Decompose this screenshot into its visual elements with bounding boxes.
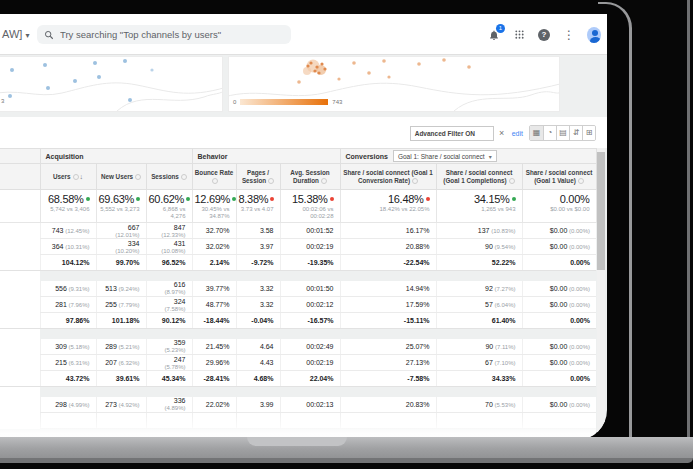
view-toggle-group: ▦ ◔ ▤ ⇵ ⊞: [529, 125, 596, 141]
table-cell: 4.43: [236, 355, 280, 371]
table-cell: 255 (7.79%): [96, 297, 146, 313]
table-cell: 2.14%: [192, 255, 236, 271]
table-body: 743 (12.45%)667 (12.01%)847 (12.33%)32.7…: [0, 223, 596, 429]
help-icon[interactable]: [73, 174, 79, 180]
table-cell: $0.00 (0.00%): [522, 281, 596, 297]
laptop-base-lip: [0, 458, 693, 463]
help-icon[interactable]: [135, 174, 141, 180]
summary-cell: 68.58%5,742 vs 3,406: [40, 190, 96, 223]
help-icon[interactable]: [578, 178, 584, 184]
table-cell: 90.12%: [146, 313, 192, 329]
column-header[interactable]: Bounce Rate: [192, 164, 236, 190]
table-cell: 281 (7.96%): [40, 297, 96, 313]
summary-cell: 8.38%3.73 vs 4.07: [236, 190, 280, 223]
help-icon[interactable]: [321, 178, 327, 184]
help-icon[interactable]: [181, 174, 187, 180]
pivot-view-button[interactable]: ⊞: [582, 126, 595, 140]
filter-bar: Advanced Filter ON × edit ▦ ◔ ▤ ⇵ ⊞: [0, 117, 607, 148]
table-cell: $0.00 (0.00%): [522, 239, 596, 255]
account-selector[interactable]: AW]▾: [2, 28, 29, 40]
legend-max: 743: [332, 99, 342, 105]
table-cell: 32.70%: [192, 223, 236, 239]
dimension-header: [0, 164, 40, 190]
map-legend: 0 743: [233, 99, 342, 105]
column-header[interactable]: Sessions: [146, 164, 192, 190]
data-row: 281 (7.96%)255 (7.79%)324 (7.58%)48.77%3…: [0, 297, 596, 313]
help-icon[interactable]: ?: [537, 28, 551, 42]
table-cell: 00:02:19: [280, 355, 340, 371]
table-cell: 513 (9.24%): [96, 281, 146, 297]
dimension-cell: [0, 329, 40, 339]
column-header[interactable]: Users↓: [40, 164, 96, 190]
summary-dimension-cell: [0, 190, 40, 223]
data-row: 309 (5.18%)289 (5.21%)359 (5.23%)21.45%4…: [0, 339, 596, 355]
goal-selector-dropdown[interactable]: Goal 1: Share / social connect ▾: [393, 150, 497, 162]
search-icon: [44, 30, 54, 40]
table-cell: 90 (7.11%): [436, 339, 522, 355]
comparison-view-button[interactable]: ⇵: [569, 126, 582, 140]
positive-dot-icon: [512, 197, 516, 201]
dimension-cell: [0, 281, 40, 297]
table-cell: 137 (10.83%): [436, 223, 522, 239]
account-label: AW]: [2, 28, 22, 40]
edit-filter-link[interactable]: edit: [512, 130, 523, 137]
scrollbar-thumb[interactable]: [597, 152, 605, 270]
table-cell: 334 (10.20%): [96, 239, 146, 255]
dimension-cell: [0, 387, 40, 397]
table-view-button[interactable]: ▦: [530, 126, 543, 140]
frame-edge-line: [687, 0, 690, 452]
column-header[interactable]: Avg. Session Duration: [280, 164, 340, 190]
table-cell: 743 (12.45%): [40, 223, 96, 239]
table-cell: [436, 413, 522, 429]
column-header[interactable]: Share / social connect (Goal 1 Completio…: [436, 164, 522, 190]
more-icon[interactable]: ⋮: [562, 28, 576, 42]
table-cell: 00:01:50: [280, 281, 340, 297]
group-conversions: Conversions Goal 1: Share / social conne…: [340, 149, 596, 164]
laptop-base-notch: [247, 437, 347, 446]
table-cell: 27.13%: [340, 355, 436, 371]
summary-cell: 12.69%30.45% vs 34.87%: [192, 190, 236, 223]
table-cell: 52.22%: [436, 255, 522, 271]
change-row: 104.12%99.70%96.52%2.14%-9.72%-19.35%-22…: [0, 255, 596, 271]
help-icon[interactable]: [212, 178, 218, 184]
bell-icon[interactable]: 1: [487, 28, 501, 42]
table-cell: 101.18%: [96, 313, 146, 329]
summary-cell: 69.63%5,552 vs 3,273: [96, 190, 146, 223]
table-cell: 45.34%: [146, 371, 192, 387]
performance-view-button[interactable]: ▤: [556, 126, 569, 140]
table-cell: 99.70%: [96, 255, 146, 271]
table-cell: 289 (5.21%): [96, 339, 146, 355]
sort-desc-icon[interactable]: ↓: [80, 173, 84, 180]
summary-row: 68.58%5,742 vs 3,40669.63%5,552 vs 3,273…: [0, 190, 596, 223]
search-bar[interactable]: [37, 25, 291, 44]
dimension-cell: [0, 313, 40, 329]
table-cell: 48.77%: [192, 297, 236, 313]
negative-dot-icon: [426, 197, 430, 201]
search-input[interactable]: [60, 29, 284, 40]
percentage-view-button[interactable]: ◔: [543, 126, 556, 140]
spacer-cell: [40, 271, 596, 281]
vertical-scrollbar[interactable]: [597, 148, 605, 440]
help-icon[interactable]: [509, 178, 515, 184]
chevron-down-icon: ▾: [25, 31, 29, 40]
apps-grid-icon[interactable]: [512, 28, 526, 42]
advanced-filter-chip[interactable]: Advanced Filter ON: [410, 126, 494, 141]
table-cell: -15.11%: [340, 313, 436, 329]
table-cell: 0.00%: [522, 313, 596, 329]
table-cell: 104.12%: [40, 255, 96, 271]
clear-filter-icon[interactable]: ×: [496, 128, 508, 138]
table-cell: 29.96%: [192, 355, 236, 371]
help-icon[interactable]: [268, 178, 274, 184]
column-header[interactable]: New Users: [96, 164, 146, 190]
dimension-cell: [0, 371, 40, 387]
column-header[interactable]: Share / social connect (Goal 1 Value): [522, 164, 596, 190]
help-icon[interactable]: [412, 178, 418, 184]
column-header[interactable]: Share / social connect (Goal 1 Conversio…: [340, 164, 436, 190]
column-header[interactable]: Pages / Session: [236, 164, 280, 190]
table-cell: 39.77%: [192, 281, 236, 297]
table-cell: $0.00 (0.00%): [522, 339, 596, 355]
table-cell: -22.54%: [340, 255, 436, 271]
table-cell: 273 (4.92%): [96, 397, 146, 413]
avatar[interactable]: [587, 28, 601, 42]
dimension-header: [0, 149, 40, 164]
